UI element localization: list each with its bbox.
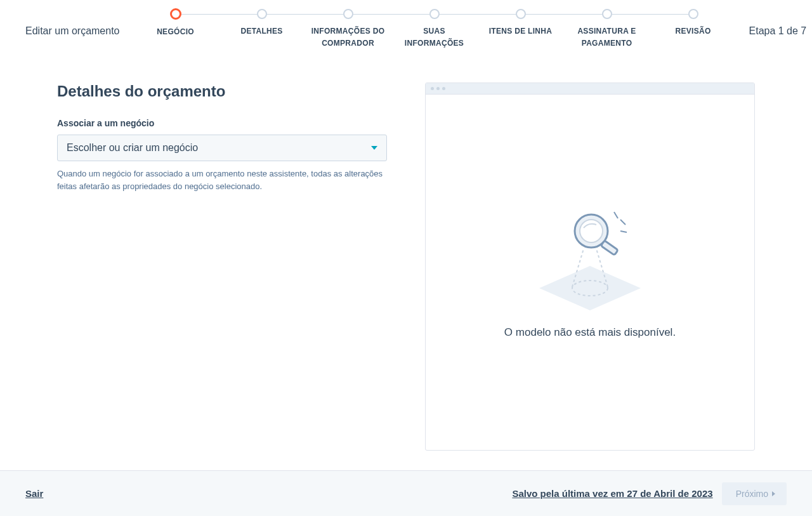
preview-panel: O modelo não está mais disponível. [425, 83, 755, 451]
step-label: INFORMAÇÕES DO COMPRADOR [305, 25, 391, 50]
svg-rect-6 [601, 241, 618, 255]
step-circle-icon [688, 9, 698, 19]
step-connector [262, 14, 348, 15]
chevron-right-icon [772, 491, 775, 496]
page-title: Editar um orçamento [25, 9, 120, 37]
svg-line-9 [620, 231, 627, 232]
step-connector [176, 14, 262, 15]
svg-marker-0 [539, 266, 641, 310]
step-circle-icon [602, 9, 612, 19]
step-suas-info[interactable]: SUAS INFORMAÇÕES [391, 9, 478, 50]
step-label: NEGÓCIO [154, 26, 197, 38]
step-itens-linha[interactable]: ITENS DE LINHA [478, 9, 564, 37]
deal-field-label: Associar a um negócio [57, 118, 387, 128]
step-circle-icon [170, 8, 181, 20]
svg-line-8 [620, 220, 625, 225]
last-saved-link[interactable]: Salvo pela última vez em 27 de Abril de … [512, 488, 712, 499]
footer-right: Salvo pela última vez em 27 de Abril de … [512, 482, 787, 505]
empty-state-illustration [533, 206, 647, 314]
step-circle-icon [516, 9, 526, 19]
deal-select-placeholder: Escolher ou criar um negócio [67, 142, 198, 154]
step-detalhes[interactable]: DETALHES [219, 9, 305, 37]
svg-line-7 [614, 212, 618, 218]
step-circle-icon [429, 9, 440, 19]
step-label: SUAS INFORMAÇÕES [391, 25, 478, 50]
step-counter: Etapa 1 de 7 [749, 9, 807, 37]
svg-point-5 [580, 220, 603, 242]
step-label: ASSINATURA E PAGAMENTO [564, 25, 650, 50]
exit-link[interactable]: Sair [25, 488, 43, 499]
deal-help-text: Quando um negócio for associado a um orç… [57, 168, 387, 192]
stepper: NEGÓCIO DETALHES INFORMAÇÕES DO COMPRADO… [120, 9, 749, 50]
chrome-dot-icon [442, 87, 445, 90]
step-connector [607, 14, 693, 15]
step-connector [435, 14, 521, 15]
step-connector [348, 14, 435, 15]
preview-empty-message: O modelo não está mais disponível. [504, 326, 676, 339]
next-button[interactable]: Próximo [722, 482, 787, 505]
next-button-label: Próximo [736, 489, 768, 499]
chrome-dot-icon [431, 87, 434, 90]
deal-select[interactable]: Escolher ou criar um negócio [57, 135, 387, 161]
wizard-footer: Sair Salvo pela última vez em 27 de Abri… [0, 470, 812, 516]
step-connector [521, 14, 607, 15]
main-content: Detalhes do orçamento Associar a um negó… [0, 63, 812, 470]
step-revisao[interactable]: REVISÃO [650, 9, 737, 37]
step-circle-icon [343, 9, 353, 19]
stepper-track: NEGÓCIO DETALHES INFORMAÇÕES DO COMPRADO… [133, 9, 737, 50]
section-title: Detalhes do orçamento [57, 83, 387, 100]
chevron-down-icon [371, 146, 377, 150]
preview-window-chrome [426, 83, 754, 95]
step-label: DETALHES [238, 25, 285, 37]
preview-column: O modelo não está mais disponível. [425, 83, 755, 470]
step-label: REVISÃO [672, 25, 713, 37]
footer-left: Sair [25, 488, 43, 499]
step-negocio[interactable]: NEGÓCIO [133, 9, 219, 38]
step-assinatura[interactable]: ASSINATURA E PAGAMENTO [564, 9, 650, 50]
step-label: ITENS DE LINHA [487, 25, 555, 37]
form-column: Detalhes do orçamento Associar a um negó… [57, 83, 387, 470]
chrome-dot-icon [436, 87, 440, 90]
step-info-comprador[interactable]: INFORMAÇÕES DO COMPRADOR [305, 9, 391, 50]
preview-body: O modelo não está mais disponível. [426, 95, 754, 450]
wizard-header: Editar um orçamento NEGÓCIO DETALHES INF… [0, 0, 812, 63]
step-circle-icon [257, 9, 267, 19]
